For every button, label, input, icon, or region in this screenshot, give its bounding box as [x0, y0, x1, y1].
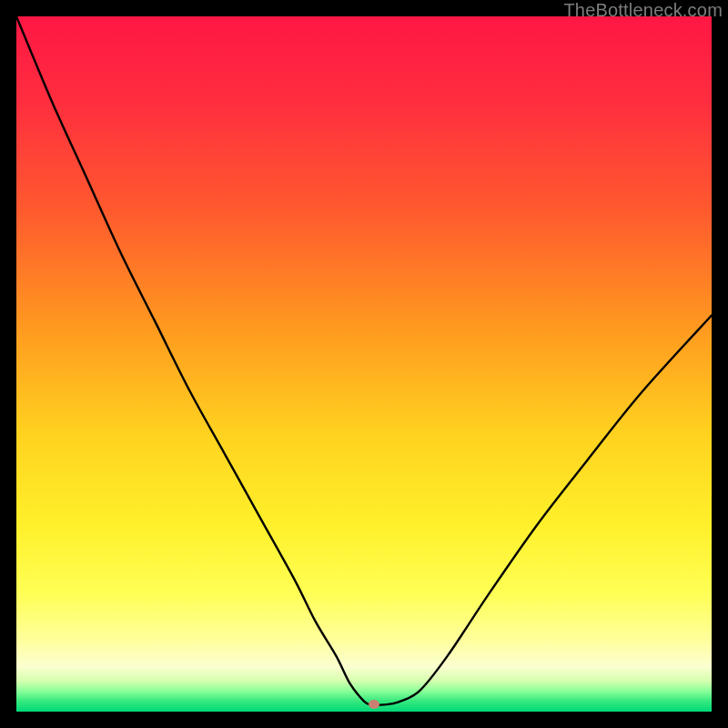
chart-stage: TheBottleneck.com — [0, 0, 728, 728]
optimal-point-marker — [369, 700, 379, 709]
attribution-text: TheBottleneck.com — [563, 0, 723, 21]
bottleneck-curve — [16, 16, 712, 712]
plot-frame — [16, 16, 712, 712]
